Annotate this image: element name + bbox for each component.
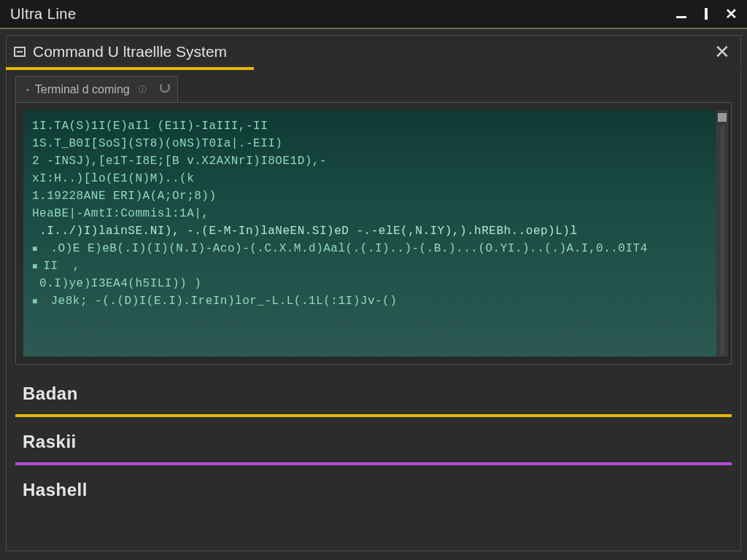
terminal-line: .O)E E)eB(.I)(I)(N.I)-Aco)-(.C.X.M.d)Aal…: [32, 240, 708, 257]
titlebar: Ultra Line ✕: [0, 0, 747, 28]
list-item[interactable]: Badan: [15, 369, 732, 417]
terminal-line: II ,: [32, 257, 708, 275]
tab-label: Terminal d coming: [35, 83, 130, 96]
terminal-line: Je8k; -(.(D)I(E.I).IreIn)lor_-L.L(.1L(:1…: [32, 292, 708, 310]
tab-info-icon: ⓘ: [139, 84, 147, 95]
close-icon: ✕: [725, 7, 738, 21]
terminal-line: 1S.T_B0I[SoS](ST8)(oNS)T0Ia|.-EII): [32, 135, 708, 152]
terminal-line: 2 -INSJ),[e1T-I8E;[B v.X2AXNrI)I8OE1D),-: [32, 152, 708, 170]
shell-list: BadanRaskiiHashell: [15, 369, 732, 510]
tab-terminal[interactable]: • Terminal d coming ⓘ: [15, 76, 178, 102]
list-item[interactable]: Hashell: [15, 465, 732, 510]
maximize-button[interactable]: [700, 8, 712, 20]
reload-icon[interactable]: [160, 82, 170, 93]
terminal-line: HeaBE|-AmtI:Commisl:1A|,: [32, 205, 708, 222]
panel-icon: [14, 47, 26, 57]
panel-header: Command U ltraellle System ✕: [6, 35, 741, 67]
terminal-line: 1I.TA(S)1I(E)aIl (E1I)-IaIII,-II: [32, 117, 708, 135]
terminal-frame: 1I.TA(S)1I(E)aIl (E1I)-IaIII,-II1S.T_B0I…: [15, 102, 732, 365]
tab-dot-icon: •: [26, 85, 29, 94]
scroll-button-icon: [718, 113, 727, 122]
minimize-button[interactable]: [676, 8, 687, 20]
app-body: Command U ltraellle System ✕ • Terminal …: [0, 28, 747, 560]
window-controls: ✕: [676, 8, 743, 20]
terminal-line: xI:H..)[lo(E1(N)M)..(k: [32, 170, 708, 187]
list-item[interactable]: Raskii: [15, 417, 732, 465]
terminal-line: 1.19228ANE ERI)A(A;Or;8)): [32, 187, 708, 205]
window-title: Ultra Line: [10, 6, 77, 23]
terminal-output[interactable]: 1I.TA(S)1I(E)aIl (E1I)-IaIII,-II1S.T_B0I…: [23, 110, 716, 357]
terminal-line: 0.I)ye)I3EA4(h5ILI)) ): [32, 275, 708, 292]
panel-body: • Terminal d coming ⓘ 1I.TA(S)1I(E)aIl (…: [6, 70, 741, 551]
panel-title: Command U ltraellle System: [33, 43, 227, 61]
panel-close-button[interactable]: ✕: [711, 42, 733, 61]
scroll-track: [720, 126, 724, 354]
tabstrip: • Terminal d coming ⓘ: [15, 76, 732, 102]
close-button[interactable]: ✕: [725, 8, 737, 20]
terminal-line: .I../)I)lainSE.NI), -.(E-M-In)laNeEN.SI)…: [32, 222, 708, 240]
scrollbar[interactable]: [716, 110, 728, 357]
